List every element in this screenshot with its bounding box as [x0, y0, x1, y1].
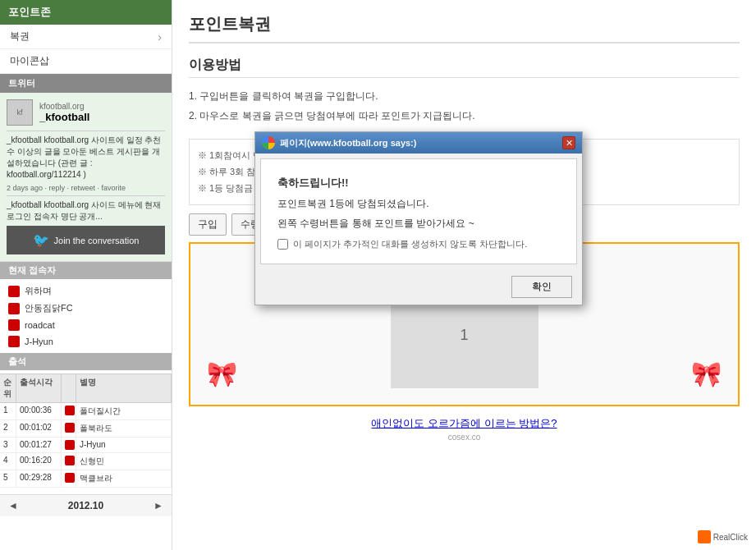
twitter-section-header: 트위터	[0, 74, 172, 93]
calendar-nav: ◄ 2012.10 ►	[0, 494, 172, 516]
table-row: 2 00:01:02 폴북라도	[0, 420, 172, 438]
usage-text: 1. 구입버튼을 클릭하여 복권을 구입합니다. 2. 마우스로 복권을 긁으면…	[189, 86, 740, 126]
ad-sub: cosex.co	[189, 433, 740, 442]
sidebar: 포인트존 복권 › 마이콘삽 트위터 kf kfootball.org _kfo…	[0, 0, 172, 550]
dialog-checkbox[interactable]: 이 페이지가 추가적인 대화를 생성하지 않도록 차단합니다.	[277, 238, 560, 250]
twitter-bird-icon: 🐦	[33, 232, 49, 248]
dialog-body: 축하드립니다!! 포인트복권 1등에 당첨되셨습니다. 왼쪽 수령버튼을 통해 …	[260, 158, 577, 264]
chrome-icon	[262, 136, 275, 149]
visitor-item: 안동짐닭FC	[0, 300, 172, 317]
dialog-footer: 확인	[255, 269, 582, 305]
visitor-item: J-Hyun	[0, 333, 172, 350]
dialog-titlebar: 페이지(www.kfootball.org says:) ✕	[255, 132, 582, 154]
arrow-icon: ›	[158, 30, 162, 44]
suppress-dialog-checkbox[interactable]	[277, 239, 288, 250]
table-row: 1 00:00:36 폴더질시간	[0, 403, 172, 420]
calendar-label: 2012.10	[68, 500, 103, 511]
dialog-message: 축하드립니다!! 포인트복권 1등에 당첨되셨습니다. 왼쪽 수령버튼을 통해 …	[277, 172, 560, 233]
tweet-2: _kfootball kfootball.org 사이드 메뉴에 현재 로그인 …	[7, 195, 165, 222]
twitter-avatar: kf	[7, 99, 33, 126]
twitter-name: kfootball.org _kfootball	[39, 102, 89, 123]
tweet-1-meta: 2 days ago · reply · retweet · favorite	[7, 184, 165, 192]
dialog-title: 페이지(www.kfootball.org says:)	[280, 137, 416, 149]
join-conversation-button[interactable]: 🐦 Join the conversation	[7, 226, 165, 254]
ad-link[interactable]: 애인없이도 오르가즘에 이르는 방법은?	[189, 416, 740, 431]
dialog-ok-button[interactable]: 확인	[511, 276, 572, 298]
dialog-close-button[interactable]: ✕	[562, 136, 575, 149]
realclick-icon	[698, 530, 711, 543]
visitor-icon	[8, 286, 20, 297]
lottery-number: 1	[460, 327, 468, 344]
bow-left-icon: 🎀	[207, 360, 237, 388]
visitor-list: 위하며 안동짐닭FC roadcat J-Hyun	[0, 279, 172, 353]
attendance-label: 출석	[0, 353, 172, 370]
attendance-table: 순위 출석시각 별명 1 00:00:36 폴더질시간 2 00:01:02 폴…	[0, 370, 172, 491]
visitor-icon	[8, 303, 20, 314]
sidebar-item-lottery[interactable]: 복권 ›	[0, 25, 172, 49]
table-row: 5 00:29:28 맥클브라	[0, 470, 172, 488]
bow-right-icon: 🎀	[691, 360, 722, 388]
page-title: 포인트복권	[189, 13, 740, 44]
tweet-1: _kfootball kfootball.org 사이트에 일정 추천수 이상의…	[7, 131, 165, 181]
calendar-next-button[interactable]: ►	[153, 500, 163, 511]
usage-title: 이용방법	[189, 57, 740, 78]
visitor-item: 위하며	[0, 282, 172, 300]
sidebar-item-mycon[interactable]: 마이콘삽	[0, 49, 172, 74]
twitter-box: kf kfootball.org _kfootball _kfootball k…	[0, 93, 172, 262]
table-row: 3 00:01:27 J-Hyun	[0, 438, 172, 453]
table-row: 4 00:16:20 신형민	[0, 453, 172, 470]
calendar-prev-button[interactable]: ◄	[8, 500, 18, 511]
buy-button[interactable]: 구입	[189, 213, 227, 236]
visitor-icon	[8, 319, 20, 331]
visitor-icon	[8, 336, 20, 347]
visitors-label: 현재 접속자	[0, 262, 172, 279]
sidebar-header: 포인트존	[0, 0, 172, 25]
visitor-item: roadcat	[0, 317, 172, 333]
twitter-profile: kf kfootball.org _kfootball	[7, 99, 165, 126]
realclick-badge: RealClick	[698, 530, 748, 543]
alert-dialog[interactable]: 페이지(www.kfootball.org says:) ✕ 축하드립니다!! …	[254, 131, 583, 305]
